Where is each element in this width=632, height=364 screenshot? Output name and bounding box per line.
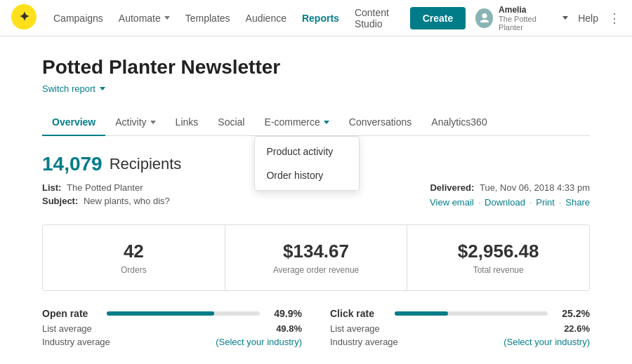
more-icon[interactable]: ⋮	[608, 11, 621, 26]
click-rate-industry-avg: Industry average (Select your industry)	[330, 337, 590, 347]
nav-links: Campaigns Automate Templates Audience Re…	[46, 3, 410, 34]
open-rate-row: Open rate 49.9%	[42, 308, 302, 319]
switch-report[interactable]: Switch report	[42, 83, 105, 94]
click-rate-row: Click rate 25.2%	[330, 308, 590, 319]
orders-label: Orders	[54, 265, 213, 275]
automate-caret-icon	[164, 16, 170, 20]
user-avatar-icon	[475, 8, 493, 28]
page-content: Potted Planter Newsletter Switch report …	[0, 36, 632, 350]
open-rate-list-avg: List average 49.8%	[42, 323, 302, 334]
activity-caret-icon	[150, 121, 156, 124]
nav-templates[interactable]: Templates	[178, 8, 237, 28]
open-rate-value: 49.9%	[268, 308, 302, 319]
tab-ecommerce[interactable]: E-commerce Product activity Order histor…	[254, 109, 338, 136]
open-rate-bar	[107, 311, 214, 316]
click-rate-list-avg: List average 22.6%	[330, 323, 590, 334]
stat-avg-revenue: $134.67 Average order revenue	[225, 225, 408, 290]
total-revenue-value: $2,956.48	[419, 241, 578, 262]
ecommerce-caret-icon	[324, 121, 329, 124]
stat-orders: 42 Orders	[43, 225, 225, 290]
nav-content-studio[interactable]: Content Studio	[348, 3, 410, 34]
click-rate-bar-wrap	[395, 311, 548, 316]
open-rate-col: Open rate 49.9% List average 49.8% Indus…	[42, 308, 302, 350]
nav-reports[interactable]: Reports	[295, 8, 346, 28]
share-link[interactable]: Share	[565, 197, 590, 208]
svg-text:✦: ✦	[19, 10, 29, 24]
recipients-count: 14,079	[42, 153, 103, 175]
orders-value: 42	[54, 241, 213, 262]
tab-analytics360[interactable]: Analytics360	[421, 109, 496, 136]
nav-right: Create Amelia The Potted Planter Help ⋮	[410, 5, 621, 32]
tab-activity[interactable]: Activity	[105, 109, 165, 136]
nav-user[interactable]: Amelia The Potted Planter	[475, 5, 568, 32]
switch-report-caret-icon	[100, 87, 105, 90]
select-industry-link-open[interactable]: (Select your industry)	[216, 337, 302, 347]
recipients-label: Recipients	[110, 155, 182, 173]
navbar: ✦ Campaigns Automate Templates Audience …	[0, 0, 632, 36]
ecommerce-dropdown: Product activity Order history	[254, 136, 360, 191]
click-rate-value: 25.2%	[556, 308, 590, 319]
nav-audience[interactable]: Audience	[239, 8, 294, 28]
stat-total-revenue: $2,956.48 Total revenue	[407, 225, 589, 290]
sep1: ·	[478, 198, 480, 208]
user-info: Amelia The Potted Planter	[499, 5, 555, 32]
nav-automate[interactable]: Automate	[112, 8, 177, 28]
download-link[interactable]: Download	[485, 197, 525, 208]
tab-overview[interactable]: Overview	[42, 109, 105, 136]
avg-revenue-label: Average order revenue	[237, 265, 396, 275]
stats-row: 42 Orders $134.67 Average order revenue …	[42, 224, 590, 291]
meta-links-row: View email · Download · Print · Share	[316, 197, 590, 208]
user-caret-icon	[562, 16, 568, 20]
subject-row: Subject: New plants, who dis?	[42, 196, 316, 206]
dropdown-item-product-activity[interactable]: Product activity	[255, 140, 359, 163]
sep2: ·	[529, 198, 532, 208]
print-link[interactable]: Print	[536, 197, 555, 208]
help-link[interactable]: Help	[578, 13, 598, 24]
click-rate-bar	[395, 311, 448, 316]
dropdown-item-order-history[interactable]: Order history	[255, 163, 359, 187]
click-rate-col: Click rate 25.2% List average 22.6% Indu…	[330, 308, 590, 350]
click-rate-label: Click rate	[330, 308, 386, 319]
tab-conversations[interactable]: Conversations	[339, 109, 422, 136]
tabs: Overview Activity Links Social E-commerc…	[42, 109, 590, 136]
tab-links[interactable]: Links	[166, 109, 209, 136]
tab-social[interactable]: Social	[208, 109, 254, 136]
open-rate-bar-wrap	[107, 311, 260, 316]
create-button[interactable]: Create	[410, 7, 466, 29]
open-rate-industry-avg: Industry average (Select your industry)	[42, 337, 302, 347]
view-email-link[interactable]: View email	[430, 197, 474, 208]
page-title: Potted Planter Newsletter	[42, 56, 590, 79]
open-rate-label: Open rate	[42, 308, 98, 319]
total-revenue-label: Total revenue	[419, 265, 578, 275]
logo[interactable]: ✦	[11, 4, 37, 32]
select-industry-link-click[interactable]: (Select your industry)	[503, 337, 590, 347]
nav-campaigns[interactable]: Campaigns	[46, 8, 110, 28]
sep3: ·	[559, 198, 561, 208]
avg-revenue-value: $134.67	[237, 241, 396, 262]
rates-grid: Open rate 49.9% List average 49.8% Indus…	[42, 308, 590, 350]
